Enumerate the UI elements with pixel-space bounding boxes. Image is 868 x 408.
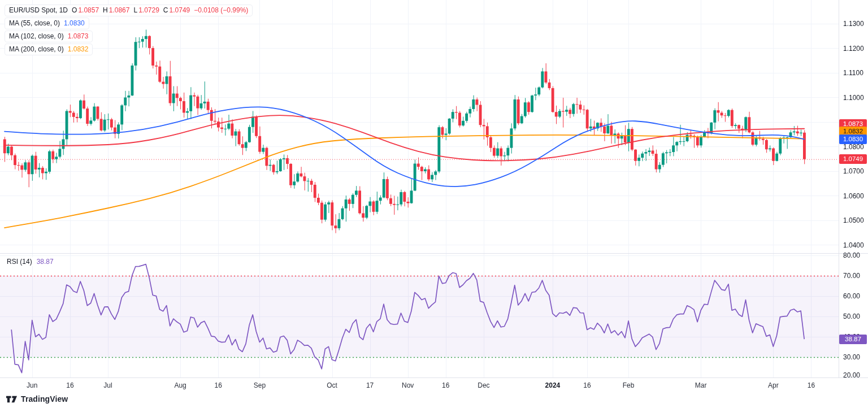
ma55-label: MA (55, close, 0) <box>9 19 60 28</box>
time-axis-label: Feb <box>623 381 635 389</box>
ma200-legend-row[interactable]: MA (200, close, 0) 1.0832 <box>5 44 93 55</box>
ma55-legend-row[interactable]: MA (55, close, 0) 1.0830 <box>5 18 89 29</box>
time-axis-label: Nov <box>402 381 414 389</box>
last-price-label: 1.0749 <box>839 154 867 164</box>
time-axis-label: Oct <box>327 381 337 389</box>
rsi-axis-label: 60.00 <box>843 292 860 300</box>
attribution-label: TradingView <box>21 394 68 403</box>
symbol-title: EUR/USD Spot, 1D <box>9 6 68 15</box>
rsi-legend-row[interactable]: RSI (14) 38.87 <box>5 257 56 266</box>
symbol-legend-row[interactable]: EUR/USD Spot, 1D O1.0857 H1.0867 L1.0729… <box>5 5 253 16</box>
time-axis-label: Apr <box>768 381 779 389</box>
time-axis-label: Sep <box>254 381 266 389</box>
rsi-axis-label: 30.00 <box>843 353 860 361</box>
price-axis-label: 1.1100 <box>843 69 863 77</box>
price-axis-label: 1.0600 <box>843 192 864 200</box>
price-axis-label: 1.1300 <box>843 20 864 28</box>
time-axis-label: Dec <box>478 381 489 389</box>
chart-legend: EUR/USD Spot, 1D O1.0857 H1.0867 L1.0729… <box>5 5 253 57</box>
tradingview-attribution[interactable]: TradingView <box>6 394 68 403</box>
time-axis-label: Mar <box>695 381 707 389</box>
rsi-axis-label: 50.00 <box>843 312 860 320</box>
time-axis[interactable]: Jun16JulAug16SepOct17Nov16Dec202416FebMa… <box>0 377 868 393</box>
rsi-value: 38.87 <box>37 258 54 266</box>
time-axis-label: 16 <box>808 381 815 389</box>
price-axis-label: 1.0700 <box>843 167 864 175</box>
time-axis-label: Aug <box>174 381 186 389</box>
ma55-value: 1.0830 <box>64 19 85 28</box>
ma200-value: 1.0832 <box>68 45 89 54</box>
close-value: C1.0749 <box>163 6 190 15</box>
rsi-label: RSI (14) <box>7 258 32 266</box>
time-axis-label: 16 <box>66 381 73 389</box>
tradingview-logo-icon <box>6 395 18 403</box>
price-axis-label: 1.1200 <box>843 45 864 53</box>
time-axis-label: 2024 <box>545 381 561 389</box>
time-axis-label: 16 <box>215 381 222 389</box>
time-axis-label: Jun <box>27 381 37 389</box>
time-axis-label: Jul <box>103 381 112 389</box>
price-axis-label: 1.0400 <box>843 241 864 249</box>
ma55-price-label: 1.0830 <box>839 134 867 144</box>
time-axis-label: 16 <box>442 381 449 389</box>
time-axis-label: 16 <box>583 381 591 389</box>
rsi-value-label: 38.87 <box>839 335 867 344</box>
ma102-label: MA (102, close, 0) <box>9 32 64 41</box>
price-axis-label: 1.0500 <box>843 216 864 224</box>
ma102-legend-row[interactable]: MA (102, close, 0) 1.0873 <box>5 31 93 42</box>
ma102-value: 1.0873 <box>68 32 89 41</box>
rsi-axis-label: 80.00 <box>843 251 860 259</box>
price-axis-label: 1.1000 <box>843 94 864 102</box>
time-axis-label: 17 <box>366 381 374 389</box>
ma200-label: MA (200, close, 0) <box>9 45 64 54</box>
tradingview-chart: EUR/USD Spot, 1D O1.0857 H1.0867 L1.0729… <box>0 0 868 408</box>
chart-canvas[interactable] <box>0 0 868 408</box>
rsi-axis-label: 70.00 <box>843 272 860 280</box>
high-value: H1.0867 <box>103 6 129 15</box>
open-value: O1.0857 <box>72 6 99 15</box>
low-value: L1.0729 <box>133 6 159 15</box>
price-axis[interactable]: 1.13001.12001.11001.10001.09001.08001.07… <box>839 0 868 377</box>
change-value: −0.0108 (−0.99%) <box>194 6 248 15</box>
